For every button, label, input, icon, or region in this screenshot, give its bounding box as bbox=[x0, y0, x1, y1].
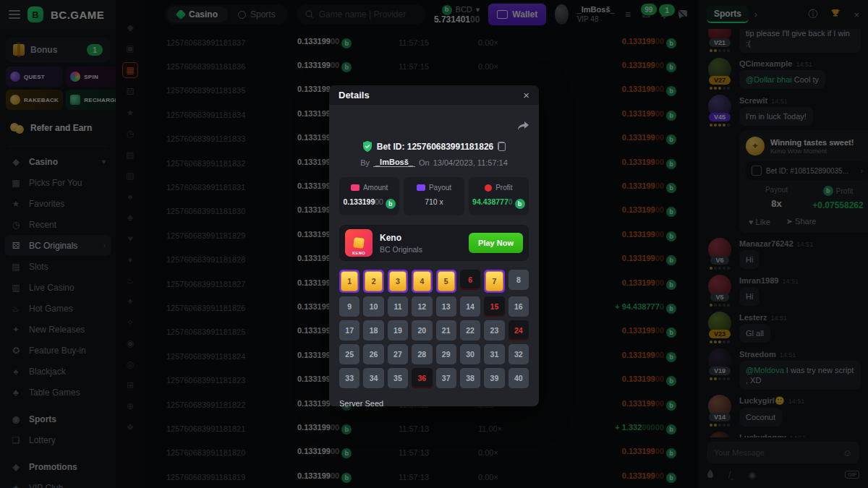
keno-number-39[interactable]: 39 bbox=[484, 368, 504, 388]
play-now-button[interactable]: Play Now bbox=[469, 233, 523, 253]
keno-number-2[interactable]: 2 bbox=[363, 270, 383, 293]
payout-card: Payout 710 x bbox=[404, 177, 464, 215]
bet-stats: Amount 0.13319900 b Payout 710 x Profit … bbox=[339, 177, 529, 215]
keno-number-3[interactable]: 3 bbox=[388, 270, 408, 293]
share-icon[interactable] bbox=[517, 121, 529, 134]
bet-byline: By _ImBosš_ On 13/04/2023, 11:57:14 bbox=[339, 158, 529, 167]
bet-details-modal: Details × Bet ID: 125760683991181826 By … bbox=[329, 85, 539, 406]
keno-number-36[interactable]: 36 bbox=[412, 368, 432, 388]
keno-number-22[interactable]: 22 bbox=[460, 320, 480, 341]
keno-number-11[interactable]: 11 bbox=[388, 296, 408, 317]
payout-icon bbox=[417, 184, 425, 191]
keno-number-27[interactable]: 27 bbox=[388, 344, 408, 364]
keno-number-13[interactable]: 13 bbox=[436, 296, 456, 317]
modal-header: Details × bbox=[329, 85, 539, 105]
copy-icon[interactable] bbox=[498, 142, 506, 151]
profit-card: Profit 94.4387770 b bbox=[469, 177, 529, 215]
keno-number-30[interactable]: 30 bbox=[460, 344, 480, 364]
keno-number-17[interactable]: 17 bbox=[339, 320, 359, 341]
coin-icon: b bbox=[515, 199, 525, 209]
modal-body: Bet ID: 125760683991181826 By _ImBosš_ O… bbox=[329, 105, 539, 406]
keno-number-34[interactable]: 34 bbox=[363, 368, 383, 388]
keno-number-37[interactable]: 37 bbox=[436, 368, 456, 388]
keno-number-23[interactable]: 23 bbox=[484, 320, 504, 341]
keno-number-15[interactable]: 15 bbox=[484, 296, 504, 317]
keno-number-38[interactable]: 38 bbox=[460, 368, 480, 388]
keno-number-10[interactable]: 10 bbox=[363, 296, 383, 317]
keno-number-40[interactable]: 40 bbox=[509, 368, 529, 388]
keno-number-20[interactable]: 20 bbox=[412, 320, 432, 341]
keno-number-19[interactable]: 19 bbox=[388, 320, 408, 341]
keno-number-24[interactable]: 24 bbox=[509, 320, 529, 341]
keno-number-29[interactable]: 29 bbox=[436, 344, 456, 364]
keno-number-7[interactable]: 7 bbox=[484, 270, 504, 293]
server-seed-label: Server Seed bbox=[339, 399, 529, 406]
profit-icon bbox=[485, 184, 492, 192]
keno-number-12[interactable]: 12 bbox=[412, 296, 432, 317]
bet-datetime: 13/04/2023, 11:57:14 bbox=[433, 158, 508, 167]
amount-icon bbox=[351, 184, 359, 191]
keno-number-grid: 1234567891011121314151617181920212223242… bbox=[339, 270, 529, 388]
keno-number-31[interactable]: 31 bbox=[484, 344, 504, 364]
close-modal-icon[interactable]: × bbox=[523, 89, 529, 101]
keno-number-14[interactable]: 14 bbox=[460, 296, 480, 317]
keno-game-icon: KENO bbox=[345, 229, 373, 257]
keno-number-25[interactable]: 25 bbox=[339, 344, 359, 364]
coin-icon: b bbox=[386, 199, 396, 209]
keno-number-26[interactable]: 26 bbox=[363, 344, 383, 364]
payout-value: 710 x bbox=[407, 197, 461, 206]
bc-game-app: B BC.GAME Bonus 1 QUEST SPIN RAKEBACK RE… bbox=[0, 0, 868, 488]
keno-number-4[interactable]: 4 bbox=[412, 270, 432, 293]
game-name: Keno bbox=[380, 233, 422, 243]
verified-shield-icon bbox=[362, 141, 373, 152]
keno-number-32[interactable]: 32 bbox=[509, 344, 529, 364]
bet-id: Bet ID: 125760683991181826 bbox=[377, 142, 493, 152]
keno-number-6[interactable]: 6 bbox=[460, 270, 480, 290]
keno-number-8[interactable]: 8 bbox=[509, 270, 529, 290]
keno-number-18[interactable]: 18 bbox=[363, 320, 383, 341]
keno-number-1[interactable]: 1 bbox=[339, 270, 359, 293]
keno-number-28[interactable]: 28 bbox=[412, 344, 432, 364]
keno-number-16[interactable]: 16 bbox=[509, 296, 529, 317]
game-row: KENO Keno BC Originals Play Now bbox=[339, 225, 529, 261]
keno-number-21[interactable]: 21 bbox=[436, 320, 456, 341]
game-provider: BC Originals bbox=[380, 245, 422, 254]
keno-number-5[interactable]: 5 bbox=[436, 270, 456, 293]
keno-number-33[interactable]: 33 bbox=[339, 368, 359, 388]
keno-number-35[interactable]: 35 bbox=[388, 368, 408, 388]
keno-number-9[interactable]: 9 bbox=[339, 296, 359, 317]
modal-title: Details bbox=[339, 90, 523, 100]
bettor-name-link[interactable]: _ImBosš_ bbox=[373, 158, 415, 167]
amount-card: Amount 0.13319900 b bbox=[339, 177, 399, 215]
